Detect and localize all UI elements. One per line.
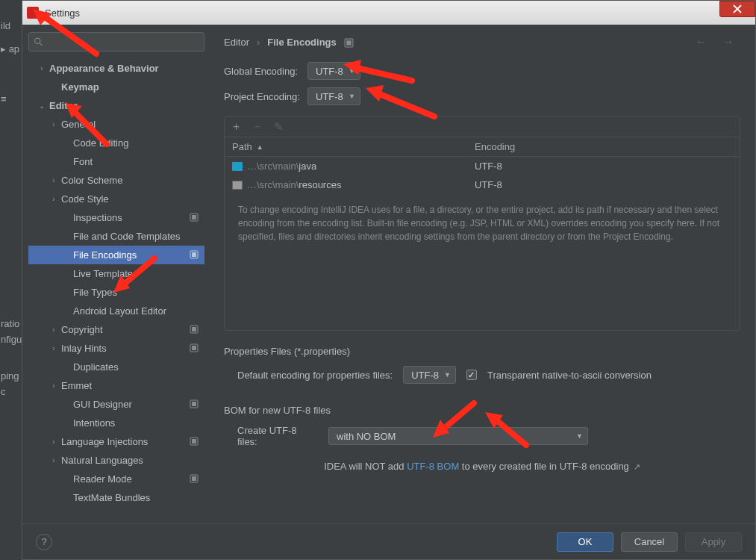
chevron-icon: ›	[49, 344, 58, 352]
svg-line-1	[40, 43, 42, 46]
external-link-icon: ↗	[634, 462, 640, 471]
settings-dialog: Settings ›Appearance & BehaviorKeymap⌄Ed…	[22, 0, 756, 560]
window-title: Settings	[45, 7, 80, 19]
tree-item[interactable]: File Types	[28, 283, 204, 302]
chevron-down-icon: ▼	[349, 67, 355, 75]
tree-item[interactable]: Code Editing	[28, 134, 204, 152]
chevron-icon: ⌄	[37, 102, 46, 110]
resources-icon	[232, 181, 243, 190]
remove-button[interactable]: －	[252, 119, 263, 134]
tree-item[interactable]: ⌄Editor	[28, 96, 204, 115]
scope-badge-icon	[190, 250, 199, 261]
tree-item[interactable]: Keymap	[28, 78, 204, 96]
path-header[interactable]: Path▲	[225, 141, 467, 152]
default-properties-encoding-dropdown[interactable]: UTF-8▼	[403, 366, 456, 384]
chevron-icon: ›	[49, 456, 58, 464]
transparent-n2a-checkbox[interactable]: ✓	[466, 370, 477, 380]
tree-item[interactable]: Font	[28, 152, 204, 171]
ok-button[interactable]: OK	[557, 532, 613, 552]
encoding-header[interactable]: Encoding	[467, 141, 740, 152]
utf8-bom-link[interactable]: UTF-8 BOM	[407, 461, 459, 472]
chevron-down-icon: ▼	[576, 432, 583, 440]
apply-button[interactable]: Apply	[685, 532, 742, 552]
global-encoding-dropdown[interactable]: UTF-8▼	[307, 62, 360, 80]
chevron-icon: ›	[49, 382, 58, 390]
svg-rect-5	[192, 252, 196, 257]
transparent-n2a-label: Transparent native-to-ascii conversion	[487, 370, 652, 381]
tree-item[interactable]: ›Inlay Hints	[28, 339, 204, 358]
settings-sidebar: ›Appearance & BehaviorKeymap⌄Editor›Gene…	[22, 25, 210, 523]
svg-rect-13	[192, 439, 196, 444]
bom-section-title: BOM for new UTF-8 files	[224, 405, 740, 416]
tree-item[interactable]: Android Layout Editor	[28, 302, 204, 320]
nav-arrows[interactable]: ← →	[696, 35, 740, 49]
table-row[interactable]: …\src\main\javaUTF-8	[225, 157, 740, 175]
table-row[interactable]: …\src\main\resourcesUTF-8	[225, 175, 740, 194]
tree-item[interactable]: ›Color Scheme	[28, 171, 204, 190]
tree-item[interactable]: File and Code Templates	[28, 227, 204, 246]
tree-item[interactable]: ›Natural Languages	[28, 451, 204, 470]
background-ide-fragment: ild ▸ ap ≡ ratio nfigu ping c	[0, 0, 22, 560]
properties-section-title: Properties Files (*.properties)	[224, 346, 740, 357]
tree-item[interactable]: ›Copyright	[28, 320, 204, 339]
dialog-button-bar: ? OK Cancel Apply	[22, 523, 755, 559]
breadcrumb-current: File Encodings	[267, 37, 336, 48]
tree-item[interactable]: Inspections	[28, 208, 204, 227]
cancel-button[interactable]: Cancel	[621, 532, 678, 552]
breadcrumb-root[interactable]: Editor	[224, 37, 249, 48]
chevron-down-icon: ▼	[349, 93, 355, 100]
chevron-icon: ›	[49, 438, 58, 446]
chevron-icon: ›	[49, 120, 58, 128]
table-toolbar: ＋ － ✎	[225, 116, 740, 137]
encoding-table: ＋ － ✎ Path▲ Encoding …\src\main\javaUTF-…	[224, 116, 740, 331]
titlebar[interactable]: Settings	[22, 1, 755, 25]
tree-item[interactable]: Intentions	[28, 414, 204, 432]
tree-item[interactable]: Duplicates	[28, 358, 204, 376]
help-button[interactable]: ?	[36, 534, 52, 550]
encoding-help-text: To change encoding IntelliJ IDEA uses fo…	[225, 194, 740, 243]
default-properties-encoding-label: Default encoding for properties files:	[237, 370, 393, 381]
tree-item[interactable]: Live Templates	[28, 264, 204, 283]
window-close-button[interactable]	[719, 1, 755, 17]
tree-item[interactable]: ›Code Style	[28, 190, 204, 208]
chevron-icon: ›	[49, 326, 58, 334]
project-encoding-label: Project Encoding:	[224, 91, 307, 102]
scope-badge-icon	[344, 36, 354, 47]
folder-icon	[232, 162, 243, 171]
breadcrumb-sep-icon: ›	[257, 37, 260, 48]
chevron-icon: ›	[49, 176, 58, 184]
project-encoding-dropdown[interactable]: UTF-8▼	[307, 87, 360, 105]
search-input[interactable]	[46, 37, 199, 48]
tree-item[interactable]: TextMate Bundles	[28, 488, 204, 507]
scope-badge-icon	[190, 437, 199, 447]
tree-item[interactable]: ›Emmet	[28, 376, 204, 395]
tree-item[interactable]: Reader Mode	[28, 470, 204, 488]
edit-button[interactable]: ✎	[274, 120, 284, 134]
chevron-down-icon: ▼	[444, 371, 451, 379]
add-button[interactable]: ＋	[231, 119, 242, 134]
create-utf8-dropdown[interactable]: with NO BOM▼	[328, 427, 588, 445]
chevron-icon: ›	[49, 195, 58, 203]
tree-item[interactable]: ›General	[28, 115, 204, 134]
svg-rect-7	[192, 327, 196, 332]
svg-rect-11	[192, 402, 196, 406]
breadcrumb: Editor › File Encodings ← →	[224, 35, 740, 49]
settings-search[interactable]	[28, 32, 204, 52]
svg-point-0	[35, 38, 40, 43]
bom-note: IDEA will NOT add UTF-8 BOM to every cre…	[224, 461, 740, 472]
scope-badge-icon	[190, 213, 199, 223]
tree-item[interactable]: GUI Designer	[28, 395, 204, 414]
tree-item[interactable]: File Encodings	[28, 246, 204, 264]
tree-item[interactable]: ›Language Injections	[28, 432, 204, 451]
search-icon	[34, 37, 43, 47]
scope-badge-icon	[190, 474, 199, 485]
svg-rect-3	[192, 215, 196, 220]
tree-item[interactable]: ›Appearance & Behavior	[28, 59, 204, 78]
global-encoding-label: Global Encoding:	[224, 66, 307, 77]
scope-badge-icon	[190, 343, 199, 354]
app-icon	[27, 7, 39, 19]
svg-rect-17	[346, 40, 352, 46]
scope-badge-icon	[190, 399, 199, 410]
scope-badge-icon	[190, 325, 199, 335]
settings-tree[interactable]: ›Appearance & BehaviorKeymap⌄Editor›Gene…	[28, 59, 204, 523]
